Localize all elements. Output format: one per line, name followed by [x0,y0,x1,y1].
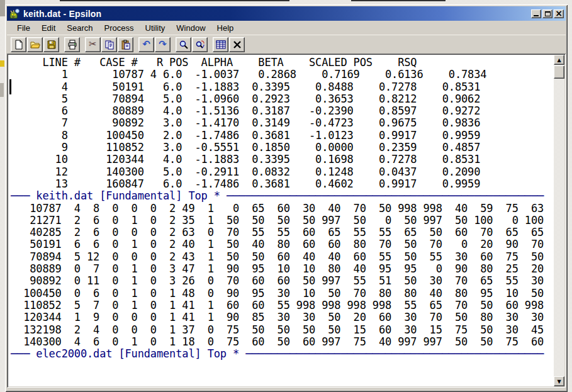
toolbar-undo-button[interactable]: ↶ [138,37,154,52]
toolbar-open-folder-button[interactable] [27,37,43,52]
paste-icon [121,40,131,50]
delete-icon [232,40,242,50]
scroll-up-button[interactable]: ▲ [554,55,564,65]
desktop-artifact [0,83,4,97]
editor-line: 7 90892 3.0 -1.4170 0.3149 -0.4723 0.967… [11,117,554,129]
editor-line: 9 110852 3.0 -0.5551 0.1850 0.0000 0.235… [11,142,554,154]
toolbar-group [11,37,59,52]
window-title: keith.dat - Epsilon [23,9,529,19]
editor-line: 132198 2 4 0 0 0 1 37 0 75 50 50 50 50 1… [11,324,554,336]
editor-line: 21271 2 6 0 1 0 2 35 1 50 50 50 50 997 5… [11,215,554,227]
toolbar-copy-button[interactable] [101,37,117,52]
toolbar-group [64,37,80,52]
menu-item-process[interactable]: Process [99,21,140,35]
find-icon [179,40,189,50]
save-icon [47,40,57,50]
editor-line: 1 10787 4 6.0 -1.0037 0.2868 0.7169 0.61… [11,69,554,81]
toolbar-group [213,37,245,52]
toolbar-group [176,37,208,52]
editor-line: 80889 0 7 0 1 0 3 47 1 90 95 10 10 80 40… [11,263,554,275]
toolbar-new-document-button[interactable] [11,37,26,52]
editor-line: 90892 0 11 0 1 0 3 26 0 70 60 60 50 997 … [11,275,554,287]
scroll-up-icon: ▲ [557,57,561,63]
open-folder-icon [30,40,40,50]
toolbar-table-button[interactable] [213,37,228,52]
copy-icon [104,40,115,50]
editor-line: 13 160847 6.0 -1.7486 0.3681 0.4602 0.99… [11,178,554,190]
editor-line: 4 50191 6.0 -1.1883 0.3395 0.8488 0.7278… [11,81,554,93]
menu-item-help[interactable]: Help [211,21,240,35]
redo-icon: ↷ [159,40,167,49]
toolbar-find-button[interactable] [176,37,191,52]
vertical-scrollbar[interactable]: ▲ ▼ [554,55,564,386]
scroll-down-button[interactable]: ▼ [554,376,564,386]
toolbar-cut-button[interactable]: ✂ [85,37,101,52]
title-bar[interactable]: keith.dat - Epsilon × [7,6,566,21]
editor-line: 40285 2 6 0 0 0 2 63 0 70 55 55 60 65 55… [11,227,554,238]
editor-line: 70894 5 12 0 0 0 2 43 1 50 50 60 40 40 6… [11,251,554,263]
editor-line: 6 80889 4.0 -1.5136 0.3187 -0.2390 0.859… [11,105,554,117]
mode-line: ─── elec2000.dat [Fundamental] Top * ───… [11,348,554,360]
editor-line: 110852 5 7 0 1 0 1 41 1 60 60 55 998 998… [11,300,554,311]
scrollbar-thumb[interactable] [554,65,564,79]
toolbar-paste-button[interactable] [118,37,133,52]
toolbar-group: ✂ [85,37,133,52]
editor-line: 10787 4 8 0 0 0 2 49 1 0 65 60 30 40 70 … [11,203,554,215]
toolbar-save-button[interactable] [43,37,59,52]
editor-line: 8 100450 2.0 -1.7486 0.3681 -1.0123 0.99… [11,130,554,142]
mode-line: ─── keith.dat [Fundamental] Top * ──────… [11,190,554,202]
maximize-icon [545,11,551,16]
editor-line: 140300 4 6 0 1 0 1 18 0 75 60 50 60 997 … [11,336,554,348]
text-cursor [9,79,11,94]
editor-line: 50191 6 6 0 1 0 2 40 1 50 40 80 60 60 80… [11,238,554,250]
menu-item-utility[interactable]: Utility [140,21,171,35]
scroll-down-icon: ▼ [557,379,561,384]
toolbar-find-next-button[interactable] [192,37,208,52]
menu-item-edit[interactable]: Edit [36,21,61,35]
editor-area: LINE # CASE # R POS ALPHA BETA SCALED PO… [7,53,566,388]
epsilon-window: keith.dat - Epsilon × FileEditSearchProc… [5,4,568,392]
close-button[interactable]: × [554,9,564,18]
menu-item-file[interactable]: File [11,21,36,35]
editor-line: 120344 1 9 0 0 0 1 41 1 90 85 30 30 50 2… [11,311,554,323]
desktop-artifact [0,60,4,67]
menu-item-window[interactable]: Window [171,21,211,35]
editor-line: 5 70894 5.0 -1.0960 0.2923 0.3653 0.8212… [11,93,554,105]
editor-line: LINE # CASE # R POS ALPHA BETA SCALED PO… [11,57,554,69]
desktop-artifact [0,0,5,16]
editor-line: 12 140300 5.0 -0.2911 0.0832 0.1248 0.04… [11,166,554,178]
undo-icon: ↶ [142,40,150,49]
toolbar-delete-button[interactable] [229,37,245,52]
toolbar-print-button[interactable] [64,37,80,52]
toolbar-group: ↶↷ [138,37,171,52]
menu-bar: FileEditSearchProcessUtilityWindowHelp [7,21,566,35]
cut-icon: ✂ [89,40,97,49]
minimize-button[interactable] [531,9,541,18]
print-icon [67,40,77,50]
close-icon: × [555,9,563,18]
editor-line: 10 120344 4.0 -1.1883 0.3395 0.1698 0.72… [11,154,554,165]
maximize-button[interactable] [542,9,552,18]
epsilon-app-icon [9,8,20,20]
text-pane[interactable]: LINE # CASE # R POS ALPHA BETA SCALED PO… [8,55,554,386]
desktop-artifact [60,0,289,1]
find-next-icon [195,40,205,50]
editor-line: 100450 0 6 0 1 0 1 48 0 90 95 30 10 50 7… [11,288,554,300]
desktop-artifact [351,0,446,1]
table-icon [216,40,226,50]
toolbar-redo-button[interactable]: ↷ [155,37,171,52]
minimize-icon [534,15,539,16]
toolbar: ✂↶↷ [7,35,566,53]
new-document-icon [14,40,24,50]
menu-item-search[interactable]: Search [61,21,98,35]
